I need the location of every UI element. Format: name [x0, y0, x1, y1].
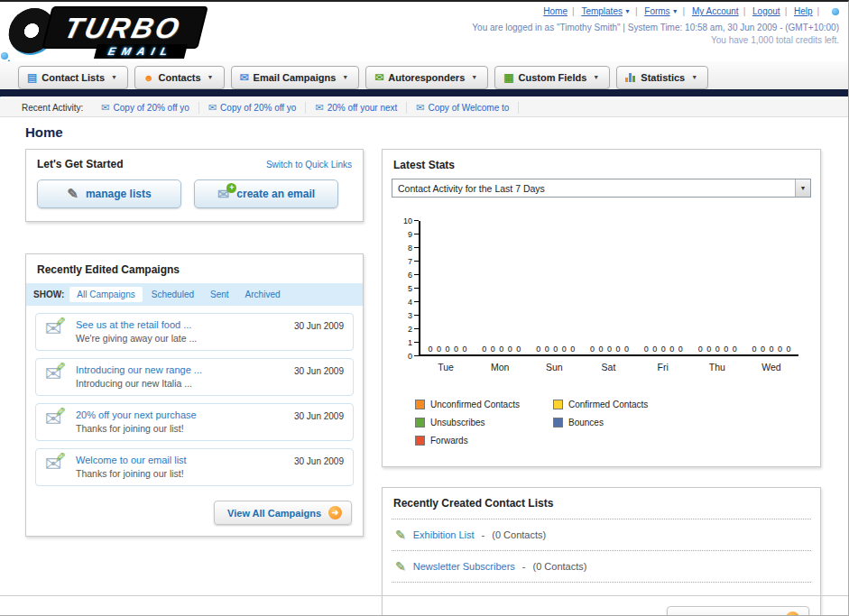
- chevron-down-icon: ▼: [471, 74, 477, 80]
- chart-values-row: 0 0 0 0 00 0 0 0 00 0 0 0 00 0 0 0 00 0 …: [420, 345, 798, 354]
- campaign-filter-tabs: SHOW: All Campaigns Scheduled Sent Archi…: [26, 283, 363, 306]
- campaign-row[interactable]: See us at the retail food ... We're givi…: [35, 313, 354, 351]
- top-link-my-account[interactable]: My Account: [692, 6, 739, 16]
- chevron-down-icon: ▼: [208, 74, 214, 80]
- bar-value-group: 0 0 0 0 0: [529, 345, 583, 354]
- y-tick-label: 7: [395, 257, 419, 266]
- nav-tab-contact-lists[interactable]: Contact Lists ▼: [18, 66, 128, 89]
- tab-archived[interactable]: Archived: [238, 287, 288, 302]
- recent-contact-lists-title: Recently Created Contact Lists: [383, 488, 820, 519]
- arrow-right-icon: [328, 506, 342, 519]
- contact-lists-icon: [27, 72, 37, 83]
- arrow-right-icon: [786, 611, 799, 616]
- nav-tab-statistics[interactable]: Statistics ▼: [616, 66, 708, 89]
- contact-list-row[interactable]: Exhibition List - (0 Contacts): [392, 519, 811, 550]
- top-link-templates[interactable]: Templates: [581, 6, 623, 16]
- logo-subtitle: EMAIL: [94, 44, 188, 59]
- chart-plot-area: 0 0 0 0 00 0 0 0 00 0 0 0 00 0 0 0 00 0 …: [419, 221, 798, 356]
- legend-label: Unsubscribes: [430, 418, 485, 428]
- recent-campaigns-title: Recently Edited Campaigns: [26, 254, 363, 283]
- campaign-subtitle: Thanks for joining our list!: [76, 468, 272, 479]
- recent-activity-link: Copy of Welcome to: [429, 103, 510, 113]
- campaign-title-link[interactable]: Introducing our new range ...: [76, 364, 272, 375]
- app-logo: TURBO EMAIL: [9, 6, 262, 60]
- campaign-date: 30 Jun 2009: [294, 366, 344, 376]
- create-email-button[interactable]: + create an email: [194, 179, 338, 208]
- right-column: Latest Stats Contact Activity for the La…: [382, 149, 821, 616]
- recent-activity-item[interactable]: Copy of 20% off yo: [92, 102, 199, 114]
- top-link-logout[interactable]: Logout: [752, 6, 780, 16]
- x-axis-label: Mon: [473, 362, 527, 372]
- get-started-title: Let's Get Started: [37, 158, 124, 170]
- campaign-title-link[interactable]: See us at the retail food ...: [76, 319, 272, 330]
- recent-activity-bar: Recent Activity: Copy of 20% off yo Copy…: [0, 98, 848, 117]
- contact-list-count: (0 Contacts): [492, 529, 546, 540]
- autoresponders-icon: [374, 72, 383, 83]
- stats-period-select[interactable]: Contact Activity for the Last 7 Days ▼: [392, 179, 811, 198]
- y-tick-label: 5: [395, 284, 419, 293]
- chart-legend: Unconfirmed Contacts Confirmed Contacts …: [415, 400, 811, 454]
- bar-value-group: 0 0 0 0 0: [690, 345, 744, 354]
- y-tick-label: 4: [395, 298, 419, 307]
- y-tick-label: 8: [395, 244, 419, 253]
- nav-tab-label: Statistics: [641, 72, 685, 83]
- campaign-subtitle: Introducing our new Italia ...: [76, 378, 272, 389]
- legend-item: Unconfirmed Contacts: [415, 400, 553, 409]
- switch-quick-links-link[interactable]: Switch to Quick Links: [266, 160, 352, 170]
- tab-all-campaigns[interactable]: All Campaigns: [69, 287, 142, 302]
- main-content: Home Let's Get Started Switch to Quick L…: [0, 117, 848, 616]
- main-nav: Contact Lists ▼ Contacts ▼ Email Campaig…: [0, 61, 848, 89]
- recent-activity-item[interactable]: Copy of 20% off yo: [199, 102, 307, 114]
- top-nav-links: Home Templates▼ Forms▼ My Account Logout…: [472, 6, 839, 16]
- tab-scheduled[interactable]: Scheduled: [144, 287, 201, 302]
- campaign-row[interactable]: Welcome to our email list Thanks for joi…: [35, 448, 354, 486]
- mail-edit-icon: [45, 321, 69, 341]
- legend-swatch: [415, 418, 425, 428]
- custom-fields-icon: [503, 72, 513, 83]
- nav-tab-custom-fields[interactable]: Custom Fields ▼: [494, 66, 610, 89]
- contact-list-link[interactable]: Exhibition List: [413, 529, 475, 540]
- x-axis-label: Thu: [690, 362, 744, 372]
- y-tick-label: 2: [395, 325, 419, 334]
- manage-lists-button[interactable]: manage lists: [37, 179, 181, 208]
- app-window: TURBO EMAIL Home Templates▼ Forms▼ My Ac…: [0, 0, 849, 616]
- view-all-campaigns-label: View All Campaigns: [227, 508, 321, 519]
- campaign-title-link[interactable]: 20% off your next purchase: [76, 409, 272, 420]
- mail-icon: [315, 102, 323, 114]
- login-info: You are logged in as "Timothy Smith" | S…: [472, 23, 839, 32]
- bar-value-group: 0 0 0 0 0: [636, 345, 690, 354]
- campaign-row[interactable]: Introducing our new range ... Introducin…: [35, 358, 354, 396]
- contact-list-row[interactable]: Newsletter Subscribers - (0 Contacts): [392, 550, 811, 582]
- tab-sent[interactable]: Sent: [203, 287, 236, 302]
- recent-activity-link: 20% off your next: [328, 103, 398, 113]
- recent-campaigns-panel: Recently Edited Campaigns SHOW: All Camp…: [25, 253, 364, 537]
- campaign-row[interactable]: 20% off your next purchase Thanks for jo…: [35, 403, 354, 441]
- nav-tab-label: Email Campaigns: [254, 72, 337, 83]
- nav-tab-label: Custom Fields: [519, 72, 587, 83]
- manage-lists-label: manage lists: [86, 188, 152, 200]
- bar-value-group: 0 0 0 0 0: [475, 345, 529, 354]
- legend-item: Unsubscribes: [415, 418, 553, 428]
- chevron-down-icon: ▼: [624, 8, 631, 14]
- nav-divider-bar: [0, 89, 848, 97]
- top-link-home[interactable]: Home: [543, 6, 568, 16]
- campaign-date: 30 Jun 2009: [294, 321, 344, 331]
- view-all-campaigns-button[interactable]: View All Campaigns: [214, 501, 352, 525]
- bar-value-group: 0 0 0 0 0: [420, 345, 475, 354]
- logo-title: TURBO: [42, 6, 208, 49]
- recent-contact-lists-panel: Recently Created Contact Lists Exhibitio…: [382, 487, 821, 616]
- statistics-icon: [625, 72, 636, 82]
- see-all-contact-lists-button[interactable]: See All Contact Lists: [667, 606, 809, 616]
- chevron-down-icon: ▼: [691, 74, 697, 80]
- chevron-down-icon: ▼: [342, 74, 348, 80]
- recent-activity-item[interactable]: 20% off your next: [306, 102, 407, 114]
- nav-tab-email-campaigns[interactable]: Email Campaigns ▼: [231, 66, 360, 89]
- nav-tab-contacts[interactable]: Contacts ▼: [134, 66, 225, 89]
- contact-list-link[interactable]: Newsletter Subscribers: [413, 561, 515, 572]
- nav-tab-autoresponders[interactable]: Autoresponders ▼: [365, 66, 488, 89]
- top-link-help[interactable]: Help: [794, 6, 813, 16]
- campaign-title-link[interactable]: Welcome to our email list: [76, 455, 272, 465]
- mail-edit-icon: [45, 366, 69, 386]
- recent-activity-item[interactable]: Copy of Welcome to: [407, 102, 519, 114]
- top-link-forms[interactable]: Forms: [644, 6, 669, 16]
